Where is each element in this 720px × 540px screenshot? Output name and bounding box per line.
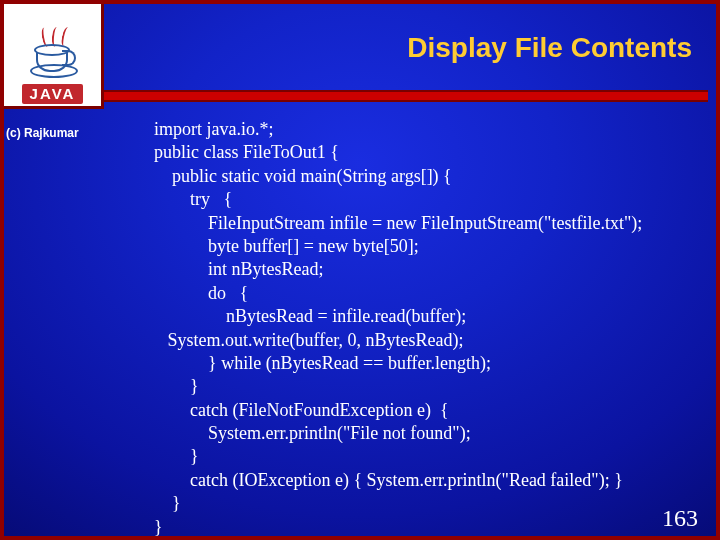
code-block: import java.io.*; public class FileToOut… — [154, 118, 686, 539]
java-logo: JAVA — [4, 4, 104, 109]
java-logo-text: JAVA — [22, 84, 84, 104]
slide: JAVA (c) Rajkumar Display File Contents … — [0, 0, 720, 540]
copyright-text: (c) Rajkumar — [6, 126, 79, 140]
java-cup-icon — [28, 33, 78, 78]
page-number: 163 — [662, 505, 698, 532]
divider-bar — [104, 90, 708, 102]
slide-title: Display File Contents — [407, 32, 692, 64]
